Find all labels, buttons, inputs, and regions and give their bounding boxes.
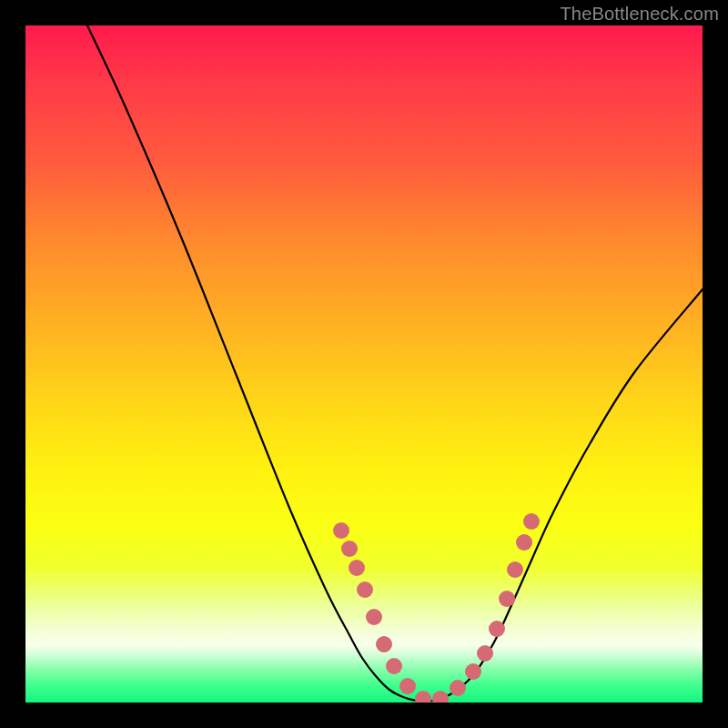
- highlight-dot: [450, 680, 466, 696]
- watermark-text: TheBottleneck.com: [560, 4, 719, 25]
- highlight-dot: [357, 581, 373, 598]
- highlight-dot: [432, 691, 449, 703]
- highlight-dot: [477, 645, 493, 662]
- highlight-dot: [489, 621, 505, 637]
- highlight-dot: [349, 560, 365, 576]
- highlight-dot: [399, 678, 416, 694]
- highlight-dot: [523, 513, 540, 530]
- highlight-dot: [516, 534, 532, 551]
- plot-area: [25, 25, 703, 703]
- highlight-dot: [341, 541, 358, 557]
- bottleneck-curve: [87, 25, 703, 702]
- highlight-dot: [499, 591, 515, 607]
- highlight-dot: [507, 561, 523, 578]
- highlight-dot: [376, 636, 392, 652]
- highlight-dot: [415, 691, 431, 703]
- curve-layer: [25, 25, 703, 703]
- highlight-dots: [333, 513, 540, 703]
- chart-frame: TheBottleneck.com: [0, 0, 728, 728]
- highlight-dot: [333, 522, 349, 539]
- highlight-dot: [386, 658, 402, 674]
- highlight-dot: [366, 609, 382, 625]
- highlight-dot: [465, 663, 481, 680]
